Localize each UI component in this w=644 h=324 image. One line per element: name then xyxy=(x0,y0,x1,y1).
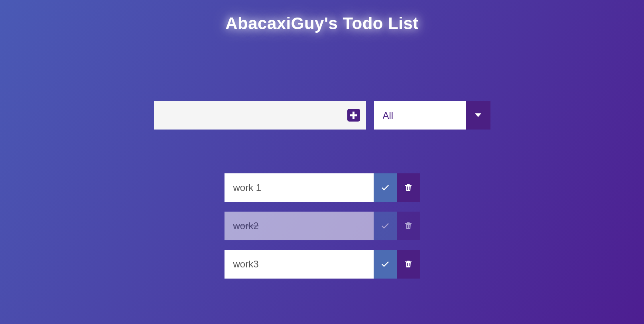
trash-icon xyxy=(404,259,413,270)
todo-item-label: work3 xyxy=(225,250,374,279)
header: AbacaxiGuy's Todo List xyxy=(0,0,644,33)
input-group xyxy=(154,101,366,130)
complete-button[interactable] xyxy=(374,212,397,240)
complete-button[interactable] xyxy=(374,173,397,202)
todo-row: work 1 xyxy=(225,173,420,202)
trash-icon xyxy=(404,221,413,232)
plus-icon xyxy=(347,109,360,122)
todo-list: work 1work2work3 xyxy=(0,173,644,279)
delete-button[interactable] xyxy=(397,212,420,240)
todo-item-label: work2 xyxy=(225,212,374,240)
form-row: AllCompletedUncompleted xyxy=(0,101,644,130)
page-title: AbacaxiGuy's Todo List xyxy=(0,14,644,33)
todo-row: work2 xyxy=(225,212,420,240)
todo-item-label: work 1 xyxy=(225,173,374,202)
check-icon xyxy=(380,183,390,193)
delete-button[interactable] xyxy=(397,250,420,279)
filter-select[interactable]: AllCompletedUncompleted xyxy=(374,101,466,130)
todo-row: work3 xyxy=(225,250,420,279)
delete-button[interactable] xyxy=(397,173,420,202)
complete-button[interactable] xyxy=(374,250,397,279)
filter-select-wrap: AllCompletedUncompleted xyxy=(374,101,490,130)
add-todo-button[interactable] xyxy=(341,101,366,130)
svg-marker-0 xyxy=(475,113,481,117)
chevron-down-icon xyxy=(466,101,490,130)
check-icon xyxy=(380,221,390,232)
check-icon xyxy=(380,259,390,270)
todo-input[interactable] xyxy=(154,101,341,130)
trash-icon xyxy=(404,183,413,193)
